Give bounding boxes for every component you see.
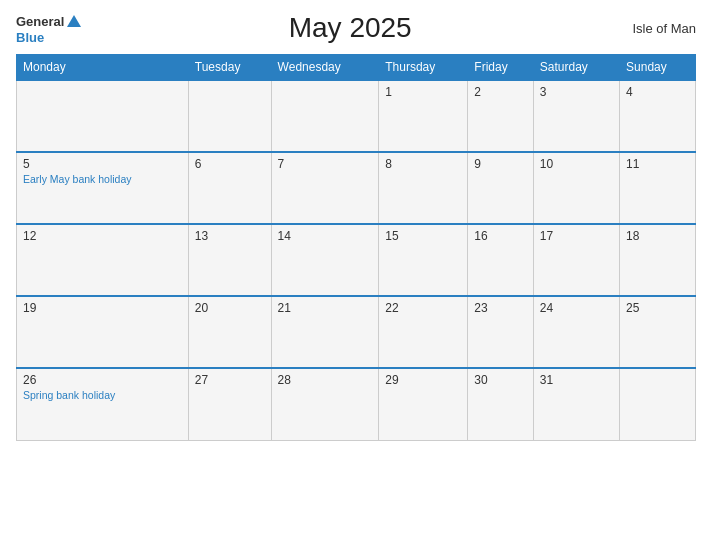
logo-blue-text: Blue	[16, 31, 44, 44]
day-number: 24	[540, 301, 613, 315]
table-row: 13	[188, 224, 271, 296]
day-number: 9	[474, 157, 526, 171]
table-row	[271, 80, 379, 152]
table-row: 2	[468, 80, 533, 152]
table-row	[620, 368, 696, 440]
table-row: 25	[620, 296, 696, 368]
table-row: 26Spring bank holiday	[17, 368, 189, 440]
table-row: 4	[620, 80, 696, 152]
day-number: 20	[195, 301, 265, 315]
month-title: May 2025	[84, 12, 616, 44]
day-number: 8	[385, 157, 461, 171]
col-saturday: Saturday	[533, 55, 619, 81]
table-row: 30	[468, 368, 533, 440]
day-number: 21	[278, 301, 373, 315]
table-row: 3	[533, 80, 619, 152]
col-friday: Friday	[468, 55, 533, 81]
table-row: 21	[271, 296, 379, 368]
calendar-header-row: Monday Tuesday Wednesday Thursday Friday…	[17, 55, 696, 81]
table-row: 10	[533, 152, 619, 224]
table-row: 16	[468, 224, 533, 296]
day-number: 23	[474, 301, 526, 315]
day-number: 16	[474, 229, 526, 243]
table-row: 15	[379, 224, 468, 296]
logo: General Blue	[16, 13, 84, 44]
table-row: 28	[271, 368, 379, 440]
col-tuesday: Tuesday	[188, 55, 271, 81]
day-number: 12	[23, 229, 182, 243]
table-row: 29	[379, 368, 468, 440]
col-wednesday: Wednesday	[271, 55, 379, 81]
table-row: 19	[17, 296, 189, 368]
table-row: 14	[271, 224, 379, 296]
day-number: 17	[540, 229, 613, 243]
table-row: 17	[533, 224, 619, 296]
day-number: 6	[195, 157, 265, 171]
calendar-week-row: 26Spring bank holiday2728293031	[17, 368, 696, 440]
day-number: 30	[474, 373, 526, 387]
col-monday: Monday	[17, 55, 189, 81]
calendar-week-row: 12131415161718	[17, 224, 696, 296]
day-number: 27	[195, 373, 265, 387]
calendar-table: Monday Tuesday Wednesday Thursday Friday…	[16, 54, 696, 441]
logo-general-text: General	[16, 15, 64, 28]
day-number: 29	[385, 373, 461, 387]
svg-marker-0	[67, 15, 81, 27]
event-label: Spring bank holiday	[23, 389, 182, 403]
day-number: 11	[626, 157, 689, 171]
table-row	[17, 80, 189, 152]
day-number: 4	[626, 85, 689, 99]
table-row: 20	[188, 296, 271, 368]
table-row: 7	[271, 152, 379, 224]
calendar-week-row: 5Early May bank holiday67891011	[17, 152, 696, 224]
col-thursday: Thursday	[379, 55, 468, 81]
logo-icon	[65, 13, 83, 31]
day-number: 22	[385, 301, 461, 315]
day-number: 15	[385, 229, 461, 243]
table-row: 27	[188, 368, 271, 440]
region-label: Isle of Man	[616, 21, 696, 36]
table-row: 23	[468, 296, 533, 368]
table-row	[188, 80, 271, 152]
day-number: 14	[278, 229, 373, 243]
calendar-week-row: 19202122232425	[17, 296, 696, 368]
calendar-page: General Blue May 2025 Isle of Man Monday…	[0, 0, 712, 550]
day-number: 1	[385, 85, 461, 99]
day-number: 7	[278, 157, 373, 171]
table-row: 31	[533, 368, 619, 440]
day-number: 28	[278, 373, 373, 387]
event-label: Early May bank holiday	[23, 173, 182, 187]
table-row: 12	[17, 224, 189, 296]
table-row: 24	[533, 296, 619, 368]
day-number: 5	[23, 157, 182, 171]
table-row: 18	[620, 224, 696, 296]
day-number: 31	[540, 373, 613, 387]
table-row: 6	[188, 152, 271, 224]
day-number: 10	[540, 157, 613, 171]
col-sunday: Sunday	[620, 55, 696, 81]
table-row: 5Early May bank holiday	[17, 152, 189, 224]
day-number: 26	[23, 373, 182, 387]
day-number: 25	[626, 301, 689, 315]
table-row: 8	[379, 152, 468, 224]
day-number: 13	[195, 229, 265, 243]
day-number: 3	[540, 85, 613, 99]
table-row: 22	[379, 296, 468, 368]
header: General Blue May 2025 Isle of Man	[16, 12, 696, 44]
table-row: 9	[468, 152, 533, 224]
day-number: 19	[23, 301, 182, 315]
day-number: 2	[474, 85, 526, 99]
table-row: 1	[379, 80, 468, 152]
day-number: 18	[626, 229, 689, 243]
calendar-week-row: 1234	[17, 80, 696, 152]
table-row: 11	[620, 152, 696, 224]
